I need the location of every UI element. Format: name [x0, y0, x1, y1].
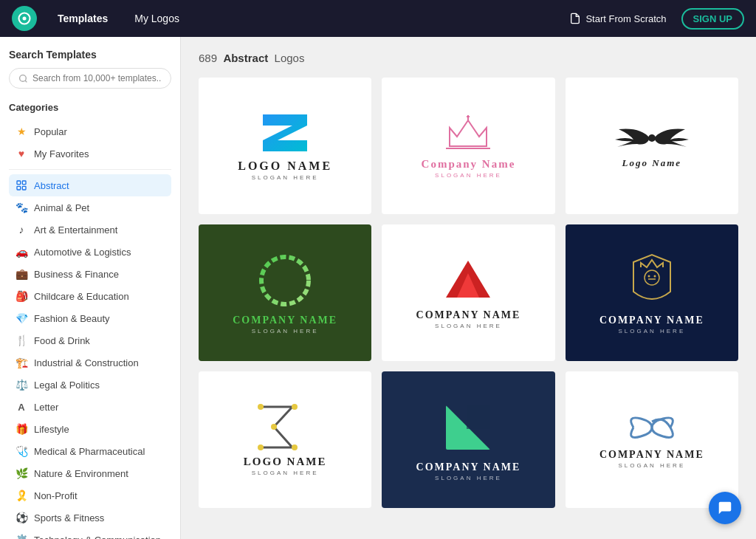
sidebar-item-animal-pet[interactable]: 🐾 Animal & Pet — [9, 196, 171, 219]
search-box[interactable] — [9, 68, 171, 89]
logo-card-2[interactable]: Company Name SLOGAN HERE — [382, 78, 554, 214]
logo-name-8: COMPANY NAME — [416, 461, 521, 473]
sidebar-item-popular[interactable]: ★ Popular — [9, 120, 171, 143]
svg-point-2 — [20, 75, 27, 81]
document-icon — [569, 13, 581, 24]
logo-card-8[interactable]: COMPANY NAME SLOGAN HERE — [382, 371, 554, 508]
logo-card-9[interactable]: COMPANY NAME SLOGAN HERE — [566, 371, 738, 508]
popular-icon: ★ — [15, 125, 28, 138]
chat-button[interactable] — [709, 492, 741, 524]
logo-graphic-3 — [611, 123, 693, 153]
logo-card-5[interactable]: COMPANY NAME Slogan Here — [382, 224, 554, 361]
logo-card-6[interactable]: COMPANY NAME Slogan Here — [566, 224, 738, 361]
content-suffix: Logos — [275, 52, 305, 64]
chat-icon — [717, 500, 733, 516]
svg-rect-5 — [22, 181, 26, 185]
nav-templates[interactable]: Templates — [52, 8, 114, 29]
logo-slogan-9: SLOGAN HERE — [618, 462, 685, 469]
app-header: Templates My Logos Start From Scratch SI… — [0, 0, 756, 37]
logo-graphic-1 — [255, 111, 315, 155]
food-drink-label: Food & Drink — [34, 335, 90, 346]
popular-label: Popular — [34, 126, 67, 137]
sidebar-item-food-drink[interactable]: 🍴 Food & Drink — [9, 329, 171, 351]
sidebar-item-technology[interactable]: ⚙️ Technology & Communication — [9, 529, 171, 539]
sidebar-item-sports-fitness[interactable]: ⚽ Sports & Fitness — [9, 507, 171, 529]
logo-graphic-5 — [442, 257, 494, 305]
fashion-beauty-icon: 💎 — [15, 312, 28, 325]
content-header: 689 Abstract Logos — [199, 52, 738, 64]
sidebar-item-lifestyle[interactable]: 🎁 Lifestyle — [9, 418, 171, 440]
logo-name-1: LOGO NAME — [238, 159, 332, 173]
sidebar-item-automotive[interactable]: 🚗 Automotive & Logistics — [9, 241, 171, 263]
main-content: 689 Abstract Logos — [181, 37, 756, 539]
sidebar-item-legal-politics[interactable]: ⚖️ Legal & Politics — [9, 374, 171, 396]
logo-graphic-7 — [252, 403, 318, 451]
logo-graphic-2 — [442, 113, 494, 154]
medical-label: Medical & Pharmaceutical — [34, 446, 145, 457]
food-drink-icon: 🍴 — [15, 334, 28, 347]
logo-name-3: Logo Name — [622, 157, 681, 169]
sidebar-item-fashion-beauty[interactable]: 💎 Fashion & Beauty — [9, 307, 171, 329]
logo-card-4[interactable]: COMPANY NAME Slogan Here — [199, 224, 371, 361]
animal-pet-icon: 🐾 — [15, 201, 28, 214]
sign-up-button[interactable]: SIGN UP — [681, 8, 744, 30]
logo-graphic-9 — [619, 411, 685, 444]
sidebar-item-medical[interactable]: 🩺 Medical & Pharmaceutical — [9, 440, 171, 462]
logo-card-3[interactable]: Logo Name — [566, 78, 738, 214]
logo-graphic-8 — [439, 398, 498, 457]
logo-name-2: Company Name — [422, 158, 516, 171]
svg-rect-4 — [17, 181, 21, 185]
sidebar-item-industrial-construction[interactable]: 🏗️ Industrial & Construction — [9, 351, 171, 374]
non-profit-icon: 🎗️ — [15, 489, 28, 502]
sidebar-item-abstract[interactable]: Abstract — [9, 174, 171, 196]
svg-marker-8 — [263, 114, 307, 151]
svg-point-19 — [647, 275, 650, 278]
legal-politics-icon: ⚖️ — [15, 378, 28, 391]
svg-point-22 — [292, 404, 298, 410]
childcare-education-label: Childcare & Education — [34, 291, 129, 302]
logo-card-1[interactable]: LOGO NAME SLOGAN HERE — [199, 78, 371, 214]
start-from-scratch-label: Start From Scratch — [585, 13, 666, 24]
logo-card-7[interactable]: LOGO NAME SLOGAN HERE — [199, 371, 371, 508]
app-logo[interactable] — [12, 6, 37, 31]
svg-point-23 — [258, 444, 264, 450]
logo-name-4: COMPANY NAME — [233, 315, 337, 326]
logo-slogan-5: Slogan Here — [435, 323, 502, 329]
sidebar-item-business-finance[interactable]: 💼 Business & Finance — [9, 263, 171, 285]
favorites-label: My Favorites — [34, 148, 89, 159]
lifestyle-icon: 🎁 — [15, 422, 28, 436]
sidebar-item-non-profit[interactable]: 🎗️ Non-Profit — [9, 484, 171, 507]
sidebar-item-nature[interactable]: 🌿 Nature & Environment — [9, 462, 171, 484]
logo-grid: LOGO NAME SLOGAN HERE — [199, 78, 738, 508]
logo-slogan-1: SLOGAN HERE — [252, 174, 319, 181]
start-from-scratch-button[interactable]: Start From Scratch — [569, 13, 666, 24]
sidebar-item-art-entertainment[interactable]: ♪ Art & Entertainment — [9, 219, 171, 241]
sidebar-item-favorites[interactable]: ♥ My Favorites — [9, 143, 171, 165]
logo-slogan-7: SLOGAN HERE — [252, 470, 319, 476]
fashion-beauty-label: Fashion & Beauty — [34, 313, 110, 324]
main-layout: Search Templates Categories ★ Popular ♥ … — [0, 37, 756, 539]
sidebar-item-letter[interactable]: A Letter — [9, 396, 171, 418]
svg-point-25 — [271, 424, 277, 430]
svg-rect-6 — [22, 186, 26, 190]
categories-title: Categories — [9, 102, 171, 113]
svg-point-17 — [645, 270, 659, 285]
svg-point-13 — [648, 134, 656, 142]
search-input[interactable] — [32, 73, 162, 83]
sidebar: Search Templates Categories ★ Popular ♥ … — [0, 37, 181, 539]
logo-name-9: COMPANY NAME — [599, 449, 704, 461]
svg-point-14 — [261, 257, 309, 304]
technology-icon: ⚙️ — [15, 533, 28, 539]
sidebar-item-childcare-education[interactable]: 🎒 Childcare & Education — [9, 285, 171, 307]
logo-count: 689 — [199, 52, 217, 64]
logo-name-5: COMPANY NAME — [416, 309, 521, 321]
abstract-label: Abstract — [34, 180, 69, 191]
abstract-icon — [15, 179, 28, 192]
svg-rect-28 — [467, 405, 490, 429]
medical-icon: 🩺 — [15, 444, 28, 458]
content-category: Abstract — [223, 52, 268, 64]
svg-point-20 — [653, 275, 656, 278]
nav-mylogos[interactable]: My Logos — [128, 8, 185, 29]
industrial-construction-label: Industrial & Construction — [34, 357, 139, 368]
logo-slogan-8: SLOGAN HERE — [435, 475, 502, 481]
